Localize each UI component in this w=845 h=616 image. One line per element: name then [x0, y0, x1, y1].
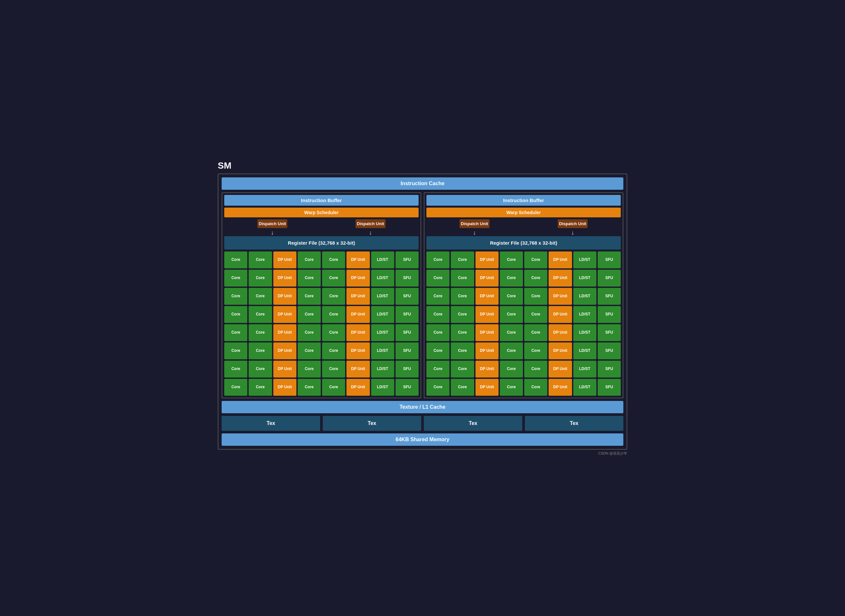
cell-core: Core — [451, 361, 474, 377]
watermark: CSDN @花花少年 — [218, 451, 627, 456]
cell-sfu: SFU — [598, 379, 621, 396]
cell-core: Core — [524, 342, 547, 359]
cell-sfu: SFU — [396, 270, 419, 286]
cell-dp-unit: DP Unit — [346, 379, 370, 396]
cell-core: Core — [298, 342, 321, 359]
cell-ldst: LD/ST — [371, 270, 394, 286]
cell-dp-unit: DP Unit — [475, 270, 499, 286]
tex-unit-2: Tex — [323, 416, 421, 431]
right-instruction-buffer: Instruction Buffer — [426, 195, 621, 206]
cell-core: Core — [426, 324, 449, 341]
cell-core: Core — [249, 324, 272, 341]
cell-dp-unit: DP Unit — [549, 342, 572, 359]
cell-core: Core — [451, 251, 474, 268]
cell-sfu: SFU — [396, 306, 419, 323]
cell-ldst: LD/ST — [573, 270, 596, 286]
cell-core: Core — [426, 306, 449, 323]
cell-core: Core — [298, 379, 321, 396]
cell-dp-unit: DP Unit — [273, 342, 296, 359]
cell-core: Core — [451, 270, 474, 286]
cell-ldst: LD/ST — [573, 342, 596, 359]
cell-core: Core — [451, 379, 474, 396]
cell-dp-unit: DP Unit — [475, 342, 499, 359]
right-warp-scheduler: Warp Scheduler — [426, 208, 621, 217]
cell-sfu: SFU — [396, 288, 419, 305]
cell-sfu: SFU — [598, 342, 621, 359]
cell-sfu: SFU — [396, 379, 419, 396]
right-register-file: Register File (32,768 x 32-bit) — [426, 236, 621, 249]
cell-core: Core — [298, 324, 321, 341]
right-arrow-2: ↓ — [571, 229, 574, 236]
cell-dp-unit: DP Unit — [549, 361, 572, 377]
cell-core: Core — [426, 361, 449, 377]
cell-core: Core — [224, 324, 247, 341]
cell-core: Core — [524, 361, 547, 377]
right-dispatch-col-2: Dispatch Unit ↓ — [525, 219, 621, 236]
cell-core: Core — [500, 251, 523, 268]
shared-memory: 64KB Shared Memory — [222, 433, 623, 446]
cell-dp-unit: DP Unit — [273, 324, 296, 341]
cell-core: Core — [224, 361, 247, 377]
left-dispatch-unit-2: Dispatch Unit — [355, 219, 386, 228]
cell-dp-unit: DP Unit — [549, 288, 572, 305]
cell-core: Core — [451, 288, 474, 305]
sm-container: Instruction Cache Instruction Buffer War… — [218, 173, 627, 450]
cell-core: Core — [224, 306, 247, 323]
cell-core: Core — [524, 288, 547, 305]
cell-sfu: SFU — [598, 324, 621, 341]
cell-core: Core — [298, 361, 321, 377]
cell-core: Core — [500, 270, 523, 286]
cell-core: Core — [500, 324, 523, 341]
cell-sfu: SFU — [598, 270, 621, 286]
left-register-file: Register File (32,768 x 32-bit) — [224, 236, 419, 249]
cell-dp-unit: DP Unit — [475, 306, 499, 323]
cell-dp-unit: DP Unit — [346, 306, 370, 323]
cell-ldst: LD/ST — [371, 306, 394, 323]
left-dispatch-col-2: Dispatch Unit ↓ — [323, 219, 419, 236]
cell-dp-unit: DP Unit — [475, 361, 499, 377]
cell-sfu: SFU — [598, 251, 621, 268]
cell-core: Core — [224, 342, 247, 359]
cell-ldst: LD/ST — [573, 306, 596, 323]
cell-dp-unit: DP Unit — [475, 324, 499, 341]
right-dispatch-col-1: Dispatch Unit ↓ — [426, 219, 522, 236]
cell-sfu: SFU — [396, 251, 419, 268]
instruction-cache: Instruction Cache — [222, 177, 623, 190]
cell-dp-unit: DP Unit — [273, 270, 296, 286]
left-dispatch-col-1: Dispatch Unit ↓ — [224, 219, 320, 236]
cell-core: Core — [249, 251, 272, 268]
cell-dp-unit: DP Unit — [346, 361, 370, 377]
cell-ldst: LD/ST — [371, 324, 394, 341]
cell-core: Core — [249, 288, 272, 305]
cell-dp-unit: DP Unit — [475, 379, 499, 396]
cell-core: Core — [524, 306, 547, 323]
cell-core: Core — [322, 342, 345, 359]
cell-ldst: LD/ST — [573, 361, 596, 377]
left-core-grid: Core Core DP Unit Core Core DP Unit LD/S… — [224, 251, 419, 396]
cell-core: Core — [451, 342, 474, 359]
left-half: Instruction Buffer Warp Scheduler Dispat… — [222, 192, 421, 398]
cell-dp-unit: DP Unit — [346, 342, 370, 359]
cell-ldst: LD/ST — [371, 342, 394, 359]
tex-row: Tex Tex Tex Tex — [222, 416, 623, 431]
right-arrow-1: ↓ — [473, 229, 476, 236]
left-dispatch-container: Dispatch Unit ↓ Dispatch Unit ↓ — [224, 219, 419, 236]
sm-title: SM — [218, 160, 627, 171]
cell-core: Core — [322, 306, 345, 323]
cell-ldst: LD/ST — [371, 379, 394, 396]
cell-core: Core — [224, 288, 247, 305]
cell-dp-unit: DP Unit — [475, 288, 499, 305]
left-dispatch-unit-1: Dispatch Unit — [257, 219, 287, 228]
cell-dp-unit: DP Unit — [549, 251, 572, 268]
left-arrow-1: ↓ — [271, 229, 274, 236]
left-arrow-2: ↓ — [369, 229, 372, 236]
tex-unit-3: Tex — [424, 416, 522, 431]
cell-ldst: LD/ST — [573, 324, 596, 341]
cell-core: Core — [322, 324, 345, 341]
cell-dp-unit: DP Unit — [273, 251, 296, 268]
cell-dp-unit: DP Unit — [346, 251, 370, 268]
cell-dp-unit: DP Unit — [475, 251, 499, 268]
cell-ldst: LD/ST — [371, 361, 394, 377]
cell-core: Core — [524, 270, 547, 286]
right-dispatch-unit-1: Dispatch Unit — [459, 219, 490, 228]
